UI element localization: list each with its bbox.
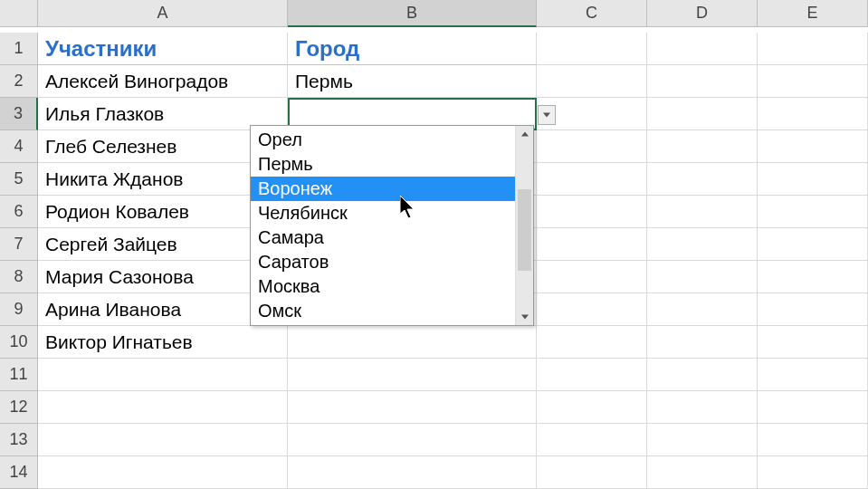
cell-B1[interactable]: Город (288, 33, 537, 65)
cell-E12[interactable] (758, 391, 868, 424)
cell-D1[interactable] (647, 33, 758, 65)
cell-C2[interactable] (537, 65, 647, 98)
col-header-E[interactable]: E (758, 0, 868, 27)
cell-D5[interactable] (647, 163, 758, 196)
cell-C13[interactable] (537, 424, 647, 456)
cell-E3[interactable] (758, 98, 868, 130)
dropdown-item[interactable]: Москва (251, 274, 515, 299)
select-all-corner[interactable] (0, 0, 38, 27)
dropdown-item[interactable]: Пермь (251, 152, 515, 177)
scroll-track[interactable] (516, 142, 533, 309)
scroll-up-arrow[interactable] (516, 126, 533, 142)
cell-C4[interactable] (537, 130, 647, 163)
cell-E1[interactable] (758, 33, 868, 65)
row-header-1[interactable]: 1 (0, 33, 38, 65)
row-header-11[interactable]: 11 (0, 359, 38, 391)
row-header-3[interactable]: 3 (0, 98, 38, 130)
cell-E14[interactable] (758, 456, 868, 489)
cell-D6[interactable] (647, 196, 758, 228)
cell-C14[interactable] (537, 456, 647, 489)
row-header-14[interactable]: 14 (0, 456, 38, 489)
cell-A1[interactable]: Участники (38, 33, 288, 65)
cell-C6[interactable] (537, 196, 647, 228)
row-header-7[interactable]: 7 (0, 228, 38, 261)
cell-E2[interactable] (758, 65, 868, 98)
cell-D14[interactable] (647, 456, 758, 489)
dropdown-item[interactable]: Саратов (251, 250, 515, 274)
cell-D8[interactable] (647, 261, 758, 293)
cell-B13[interactable] (288, 424, 537, 456)
cell-D2[interactable] (647, 65, 758, 98)
cell-E11[interactable] (758, 359, 868, 391)
cell-D10[interactable] (647, 326, 758, 359)
cell-B2[interactable]: Пермь (288, 65, 537, 98)
dropdown-item[interactable]: Омск (251, 299, 515, 323)
cell-C11[interactable] (537, 359, 647, 391)
cell-B12[interactable] (288, 391, 537, 424)
cell-E10[interactable] (758, 326, 868, 359)
dropdown-item[interactable]: Воронеж (251, 177, 515, 201)
cell-E6[interactable] (758, 196, 868, 228)
cell-D11[interactable] (647, 359, 758, 391)
dropdown-item[interactable]: Самара (251, 225, 515, 250)
cell-B14[interactable] (288, 456, 537, 489)
col-header-C[interactable]: C (537, 0, 647, 27)
dropdown-items-container: Орел Пермь Воронеж Челябинск Самара Сара… (251, 126, 515, 325)
chevron-down-icon (521, 314, 529, 320)
cell-D4[interactable] (647, 130, 758, 163)
chevron-down-icon (543, 112, 550, 118)
cell-C7[interactable] (537, 228, 647, 261)
chevron-up-icon (521, 131, 529, 137)
cell-A10[interactable]: Виктор Игнатьев (38, 326, 288, 359)
cell-A12[interactable] (38, 391, 288, 424)
cell-E4[interactable] (758, 130, 868, 163)
row-header-13[interactable]: 13 (0, 424, 38, 456)
row-header-9[interactable]: 9 (0, 293, 38, 326)
row-header-12[interactable]: 12 (0, 391, 38, 424)
cell-E9[interactable] (758, 293, 868, 326)
cell-C12[interactable] (537, 391, 647, 424)
data-validation-dropdown-list: Орел Пермь Воронеж Челябинск Самара Сара… (250, 125, 534, 326)
row-header-5[interactable]: 5 (0, 163, 38, 196)
cell-A11[interactable] (38, 359, 288, 391)
row-header-6[interactable]: 6 (0, 196, 38, 228)
cell-E7[interactable] (758, 228, 868, 261)
row-header-10[interactable]: 10 (0, 326, 38, 359)
row-header-8[interactable]: 8 (0, 261, 38, 293)
scroll-thumb[interactable] (518, 189, 531, 271)
col-header-A[interactable]: A (38, 0, 288, 27)
dropdown-scrollbar[interactable] (515, 126, 533, 325)
cell-C5[interactable] (537, 163, 647, 196)
data-validation-dropdown-button[interactable] (538, 105, 556, 125)
cell-D13[interactable] (647, 424, 758, 456)
cell-D3[interactable] (647, 98, 758, 130)
dropdown-item[interactable]: Орел (251, 128, 515, 152)
row-header-4[interactable]: 4 (0, 130, 38, 163)
cell-C8[interactable] (537, 261, 647, 293)
cell-A2[interactable]: Алексей Виноградов (38, 65, 288, 98)
cell-E8[interactable] (758, 261, 868, 293)
cell-E5[interactable] (758, 163, 868, 196)
cell-B11[interactable] (288, 359, 537, 391)
cell-D7[interactable] (647, 228, 758, 261)
cell-C9[interactable] (537, 293, 647, 326)
cell-C10[interactable] (537, 326, 647, 359)
cell-D9[interactable] (647, 293, 758, 326)
row-header-2[interactable]: 2 (0, 65, 38, 98)
scroll-down-arrow[interactable] (516, 309, 533, 325)
cell-C1[interactable] (537, 33, 647, 65)
cell-E13[interactable] (758, 424, 868, 456)
col-header-D[interactable]: D (647, 0, 758, 27)
dropdown-item[interactable]: Челябинск (251, 201, 515, 225)
cell-A13[interactable] (38, 424, 288, 456)
col-header-B[interactable]: B (288, 0, 537, 27)
cell-A14[interactable] (38, 456, 288, 489)
cell-D12[interactable] (647, 391, 758, 424)
cell-B10[interactable] (288, 326, 537, 359)
